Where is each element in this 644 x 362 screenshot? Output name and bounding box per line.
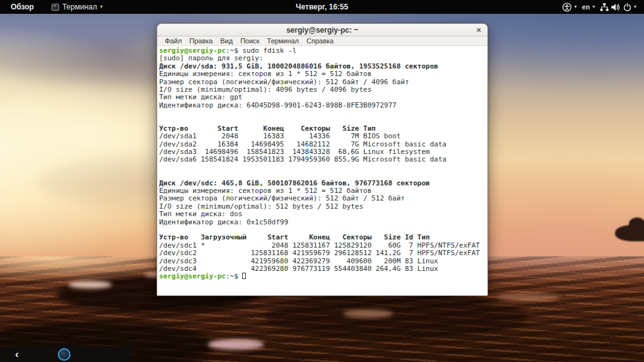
terminal-window: sergiy@sergiy-pc: ~ × ФайлПравкаВидПоиск… bbox=[157, 23, 488, 296]
terminal-text: Тип метки диска: gpt bbox=[159, 93, 242, 101]
terminal-text: [sudo] пароль для sergiy: bbox=[159, 54, 267, 62]
accessibility-icon bbox=[562, 3, 572, 12]
terminal-text: /dev/sdc2 125831168 421959679 296128512 … bbox=[159, 249, 480, 257]
terminal-text: Идентификатор диска: 0x1c50df99 bbox=[159, 218, 288, 226]
terminal-text: : bbox=[226, 47, 230, 55]
chevron-down-icon: ▾ bbox=[574, 4, 577, 9]
terminal-text: I/O size (minimum/optimal): 512 bytes / … bbox=[159, 202, 364, 211]
terminal-text: /dev/sda6 158541824 1953501183 179495936… bbox=[159, 155, 447, 163]
terminal-cursor bbox=[242, 273, 246, 279]
menu-item-terminal[interactable]: Терминал bbox=[264, 36, 303, 46]
terminal-text: Единицы измерения: секторов из 1 * 512 =… bbox=[159, 187, 372, 195]
terminal-text: I/O size (minimum/optimal): 4096 bytes /… bbox=[159, 85, 372, 94]
terminal-line bbox=[159, 109, 487, 117]
menu-bar: ФайлПравкаВидПоискТерминалСправка bbox=[157, 36, 487, 46]
close-button[interactable]: × bbox=[474, 24, 483, 36]
keyboard-layout-menu[interactable]: en ▾ bbox=[582, 3, 595, 11]
terminal-text: : bbox=[226, 272, 230, 280]
menu-item-edit[interactable]: Правка bbox=[186, 36, 216, 46]
keyboard-layout-label: en bbox=[582, 3, 590, 11]
menu-item-file[interactable]: Файл bbox=[161, 36, 186, 46]
terminal-text: /dev/sda3 14698496 158541823 143843328 6… bbox=[159, 148, 430, 156]
terminal-line: /dev/sda6 158541824 1953501183 179495936… bbox=[159, 156, 487, 163]
back-chevron-icon[interactable]: ‹ bbox=[15, 349, 19, 359]
terminal-text: Устр-во Загрузочный Start Конец Секторы … bbox=[159, 233, 430, 241]
terminal-text: Размер сектора (логический/физический): … bbox=[159, 78, 409, 86]
island-silhouette bbox=[629, 217, 644, 230]
terminal-text: Размер сектора (логический/физический): … bbox=[159, 194, 405, 202]
activities-button[interactable]: Обзор bbox=[11, 3, 34, 11]
top-bar-left: Обзор Терминал ▾ bbox=[0, 3, 103, 11]
desktop-screen: Обзор Терминал ▾ Четверг, 16:55 ▾ en ▾ bbox=[0, 0, 644, 362]
terminal-text: /dev/sda1 2048 16383 14336 7M BIOS boot bbox=[159, 132, 401, 140]
terminal-text: /dev/sdc3 421959680 422369279 409600 200… bbox=[159, 257, 438, 265]
overlay-app-icon[interactable] bbox=[58, 348, 70, 361]
power-icon bbox=[623, 3, 631, 11]
terminal-line: Идентификатор диска: 64D45D98-9901-6243-… bbox=[159, 102, 487, 109]
menu-item-search[interactable]: Поиск bbox=[236, 36, 263, 46]
status-area: ▾ en ▾ ▾ bbox=[562, 3, 644, 12]
chevron-down-icon: ▾ bbox=[592, 4, 595, 9]
terminal-text: /dev/sda2 16384 14698495 14682112 7G Mic… bbox=[159, 140, 447, 148]
terminal-screen[interactable]: sergiy@sergiy-pc:~$ sudo fdisk -l[sudo] … bbox=[157, 46, 487, 295]
window-title: sergiy@sergiy-pc: ~ bbox=[157, 26, 487, 35]
terminal-text: Идентификатор диска: 64D45D98-9901-6243-… bbox=[159, 101, 397, 109]
terminal-line bbox=[159, 164, 487, 172]
terminal-text: Диск /dev/sdc: 465,8 GiB, 500107862016 б… bbox=[159, 179, 430, 187]
terminal-text: Диск /dev/sda: 931,5 GiB, 1000204886016 … bbox=[159, 62, 438, 70]
prompt-user-host: sergiy@sergiy-pc bbox=[159, 47, 226, 55]
top-bar: Обзор Терминал ▾ Четверг, 16:55 ▾ en ▾ bbox=[0, 0, 644, 14]
terminal-text: Устр-во Start Конец Секторы Size Тип bbox=[159, 124, 375, 133]
accessibility-menu[interactable]: ▾ bbox=[562, 3, 577, 12]
terminal-text: $ bbox=[234, 272, 242, 280]
terminal-text: /dev/sdc4 422369280 976773119 554403840 … bbox=[159, 265, 438, 273]
wallpaper-foam bbox=[68, 281, 112, 288]
system-menu[interactable]: ▾ bbox=[600, 3, 636, 11]
volume-icon bbox=[611, 3, 621, 11]
wallpaper-foam bbox=[208, 339, 264, 349]
prompt-user-host: sergiy@sergiy-pc bbox=[159, 272, 226, 280]
app-menu-button[interactable]: Терминал ▾ bbox=[52, 3, 103, 11]
network-wired-icon bbox=[600, 3, 609, 11]
wallpaper-foam bbox=[497, 294, 560, 300]
terminal-app-icon bbox=[52, 4, 59, 11]
terminal-text: Единицы измерения: секторов из 1 * 512 =… bbox=[159, 70, 372, 78]
terminal-text: Тип метки диска: dos bbox=[159, 210, 242, 218]
bottom-overlay-bar: ‹ bbox=[0, 346, 130, 362]
terminal-text: /dev/sdc1 * 2048 125831167 125829120 60G… bbox=[159, 241, 480, 250]
terminal-line: Идентификатор диска: 0x1c50df99 bbox=[159, 219, 487, 226]
menu-item-help[interactable]: Справка bbox=[303, 36, 337, 46]
chevron-down-icon: ▾ bbox=[100, 4, 103, 9]
app-menu-label: Терминал bbox=[62, 3, 97, 11]
window-titlebar[interactable]: sergiy@sergiy-pc: ~ × bbox=[157, 24, 487, 36]
chevron-down-icon: ▾ bbox=[634, 4, 636, 9]
wallpaper-wave bbox=[264, 295, 528, 339]
clock-button[interactable]: Четверг, 16:55 bbox=[296, 3, 348, 11]
wallpaper-foam bbox=[343, 310, 393, 317]
terminal-text: $ sudo fdisk -l bbox=[234, 47, 296, 55]
menu-item-view[interactable]: Вид bbox=[216, 36, 236, 46]
terminal-line: sergiy@sergiy-pc:~$ bbox=[159, 273, 487, 280]
